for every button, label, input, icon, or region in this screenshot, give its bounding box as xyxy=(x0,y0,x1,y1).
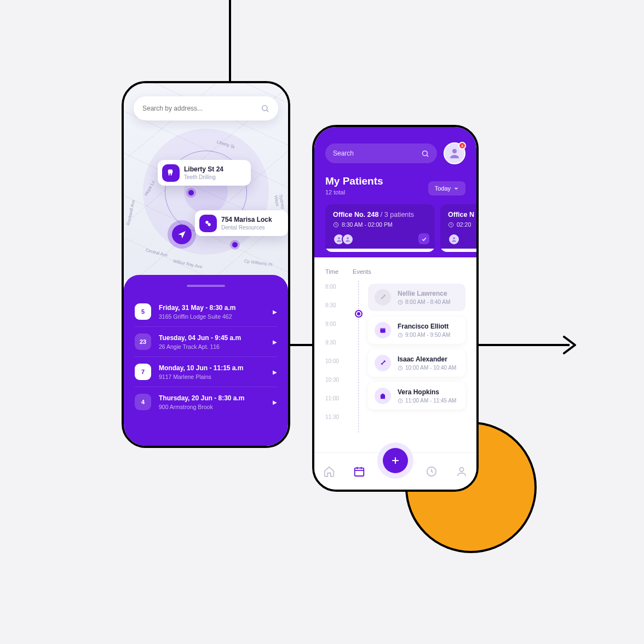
tab-profile[interactable] xyxy=(456,465,468,478)
current-time-marker xyxy=(356,311,361,317)
search-icon xyxy=(261,104,269,113)
svg-line-1 xyxy=(267,110,268,112)
appointment-address: 900 Armstrong Brook xyxy=(159,404,245,410)
current-location[interactable] xyxy=(172,225,192,244)
chevron-right-icon: ▶ xyxy=(273,369,277,375)
chevron-right-icon: ▶ xyxy=(273,339,277,345)
chevron-down-icon xyxy=(453,186,459,191)
appointment-datetime: Monday, 10 Jun - 11:15 a.m xyxy=(159,364,244,372)
event-time: 8:00 AM - 8:40 AM xyxy=(405,299,450,305)
svg-line-5 xyxy=(427,155,428,157)
pills-icon xyxy=(199,215,217,232)
appointment-address: 3165 Griffin Lodge Suite 462 xyxy=(159,313,236,320)
street-label: Sydney Ways xyxy=(273,194,285,210)
clock-icon xyxy=(333,222,339,228)
day-badge: 23 xyxy=(135,334,151,350)
svg-point-23 xyxy=(459,467,463,471)
search-icon xyxy=(421,150,429,158)
street-label: Cp Williams Pl xyxy=(244,258,272,267)
profile-avatar[interactable]: 4 xyxy=(444,142,465,164)
appointment-row[interactable]: 23 Tuesday, 04 Jun - 9:45 a.m 26 Angie T… xyxy=(135,326,277,357)
svg-point-9 xyxy=(347,237,349,239)
syringe-icon xyxy=(375,355,391,371)
pin-subtitle: Teeth Drilling xyxy=(184,174,243,180)
patient-avatars xyxy=(333,233,427,245)
svg-point-6 xyxy=(452,149,457,153)
column-header-events: Events xyxy=(353,268,371,275)
appointment-row[interactable]: 4 Thursday, 20 Jun - 8:30 a.m 900 Armstr… xyxy=(135,387,277,417)
appointment-address: 9117 Marlene Plains xyxy=(159,373,244,380)
patient-name: Vera Hopkins xyxy=(398,388,456,396)
clock-icon xyxy=(398,332,403,338)
svg-point-2 xyxy=(205,221,208,223)
appointment-row[interactable]: 5 Friday, 31 May - 8:30 a.m 3165 Griffin… xyxy=(135,297,277,326)
map-area[interactable]: Liberty St Hope Ln Central Ave Wilbur Ra… xyxy=(124,83,288,280)
office-name: Office No. 248 xyxy=(333,211,378,219)
schedule-sheet[interactable]: 5 Friday, 31 May - 8:30 a.m 3165 Griffin… xyxy=(124,275,288,446)
clock-icon xyxy=(398,365,403,371)
event-card[interactable]: Nellie Lawrence 8:00 AM - 8:40 AM xyxy=(368,284,465,311)
hospital-icon xyxy=(375,388,391,404)
chevron-right-icon: ▶ xyxy=(273,309,277,315)
svg-point-3 xyxy=(208,223,210,226)
appointment-datetime: Tuesday, 04 Jun - 9:45 a.m xyxy=(159,334,241,342)
sheet-handle[interactable] xyxy=(187,285,225,287)
phone-map-schedule: Liberty St Hope Ln Central Ave Wilbur Ra… xyxy=(122,81,290,448)
date-filter-button[interactable]: Today xyxy=(428,181,465,196)
svg-point-11 xyxy=(453,237,455,239)
notification-badge: 4 xyxy=(458,142,466,150)
office-carousel[interactable]: Office No. 248 / 3 patients 8:30 AM - 02… xyxy=(325,204,465,252)
street-label: Wilbur Ray Ave xyxy=(173,258,203,269)
map-pin-card[interactable]: Liberty St 24 Teeth Drilling xyxy=(158,160,251,186)
event-card[interactable]: Isaac Alexander 10:00 AM - 10:40 AM xyxy=(368,349,465,377)
day-badge: 4 xyxy=(135,394,151,410)
street-label: Central Ave xyxy=(145,248,168,258)
timeline-rail xyxy=(358,280,359,433)
event-card[interactable]: Francisco Elliott 9:00 AM - 9:50 AM xyxy=(368,317,465,344)
tab-home[interactable] xyxy=(323,465,335,478)
svg-rect-14 xyxy=(380,328,385,329)
tooth-icon xyxy=(162,164,180,182)
fab-wrapper xyxy=(377,442,413,479)
tab-history[interactable] xyxy=(426,465,438,478)
search-input[interactable] xyxy=(142,105,261,112)
street-label: Rockwell Ave xyxy=(126,199,136,226)
appointment-datetime: Friday, 31 May - 8:30 a.m xyxy=(159,304,236,312)
calendar-icon xyxy=(375,322,391,338)
svg-point-4 xyxy=(423,151,428,156)
event-time: 11:00 AM - 11:45 AM xyxy=(405,398,456,404)
svg-point-0 xyxy=(262,106,267,111)
patient-name: Nellie Lawrence xyxy=(398,290,450,297)
pin-title: 754 Marisa Lock xyxy=(221,216,280,223)
phone-patients-calendar: Search 4 My Patients 12 total Today xyxy=(312,125,479,492)
page-subtitle: 12 total xyxy=(325,189,383,196)
appointment-row[interactable]: 7 Monday, 10 Jun - 11:15 a.m 9117 Marlen… xyxy=(135,357,277,387)
patient-name: Isaac Alexander xyxy=(398,355,456,363)
search-patients[interactable]: Search xyxy=(325,143,437,163)
event-time: 10:00 AM - 10:40 AM xyxy=(405,365,456,371)
map-pin-dot[interactable] xyxy=(232,242,238,248)
tab-calendar[interactable] xyxy=(353,465,365,478)
patient-name: Francisco Elliott xyxy=(398,323,450,330)
office-name: Office N xyxy=(448,211,474,219)
clock-icon xyxy=(398,398,403,404)
chevron-right-icon: ▶ xyxy=(273,399,277,405)
check-icon xyxy=(418,233,429,244)
map-pin-card[interactable]: 754 Marisa Lock Dental Resources xyxy=(195,210,288,236)
office-card[interactable]: Office No. 248 / 3 patients 8:30 AM - 02… xyxy=(325,204,435,252)
appointment-address: 26 Angie Track Apt. 116 xyxy=(159,343,241,350)
pin-subtitle: Dental Resources xyxy=(221,225,280,231)
search-placeholder: Search xyxy=(333,150,354,157)
header: Search 4 My Patients 12 total Today xyxy=(314,127,476,257)
search-address[interactable] xyxy=(134,96,278,120)
map-pin-dot[interactable] xyxy=(188,190,194,196)
clock-icon xyxy=(398,300,403,305)
day-badge: 7 xyxy=(135,364,151,380)
svg-rect-18 xyxy=(354,468,364,476)
event-card[interactable]: Vera Hopkins 11:00 AM - 11:45 AM xyxy=(368,382,465,410)
office-hours: 8:30 AM - 02:00 PM xyxy=(342,221,393,228)
office-patients: 3 patients xyxy=(384,211,414,219)
office-hours: 02:20 xyxy=(457,221,471,228)
add-button[interactable] xyxy=(383,448,408,473)
office-card[interactable]: Office N 02:20 xyxy=(440,204,479,252)
